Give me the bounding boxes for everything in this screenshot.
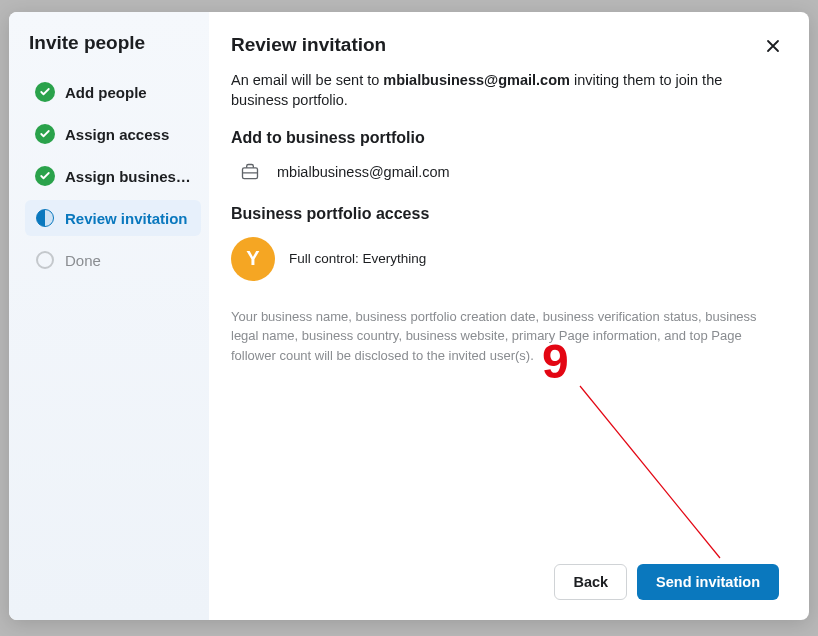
sidebar-title: Invite people <box>25 32 201 54</box>
section-access-heading: Business portfolio access <box>231 205 779 223</box>
access-text: Full control: Everything <box>289 251 426 266</box>
step-add-people[interactable]: Add people <box>25 74 201 110</box>
close-button[interactable] <box>759 32 787 60</box>
send-invitation-button[interactable]: Send invitation <box>637 564 779 600</box>
portfolio-row: mbialbusiness@gmail.com <box>231 161 779 183</box>
step-assign-access[interactable]: Assign access <box>25 116 201 152</box>
step-assign-business-assets[interactable]: Assign business a... <box>25 158 201 194</box>
intro-prefix: An email will be sent to <box>231 72 383 88</box>
invite-modal: Invite people Add people Assign access A… <box>9 12 809 620</box>
briefcase-icon <box>239 161 261 183</box>
progress-icon <box>35 208 55 228</box>
step-label: Assign business a... <box>65 168 191 185</box>
check-icon <box>35 166 55 186</box>
section-portfolio-heading: Add to business portfolio <box>231 129 779 147</box>
step-label: Done <box>65 252 101 269</box>
step-label: Add people <box>65 84 147 101</box>
intro-email: mbialbusiness@gmail.com <box>383 72 570 88</box>
page-title: Review invitation <box>231 34 779 56</box>
step-review-invitation[interactable]: Review invitation <box>25 200 201 236</box>
check-icon <box>35 82 55 102</box>
access-row: Y Full control: Everything <box>231 237 779 281</box>
wizard-sidebar: Invite people Add people Assign access A… <box>9 12 209 620</box>
modal-footer: Back Send invitation <box>231 544 779 600</box>
portfolio-email: mbialbusiness@gmail.com <box>277 164 450 180</box>
back-button[interactable]: Back <box>554 564 627 600</box>
check-icon <box>35 124 55 144</box>
empty-circle-icon <box>35 250 55 270</box>
disclosure-text: Your business name, business portfolio c… <box>231 307 779 366</box>
step-label: Review invitation <box>65 210 188 227</box>
modal-content: Review invitation An email will be sent … <box>209 12 809 620</box>
step-label: Assign access <box>65 126 169 143</box>
step-done[interactable]: Done <box>25 242 201 278</box>
intro-text: An email will be sent to mbialbusiness@g… <box>231 70 779 111</box>
avatar: Y <box>231 237 275 281</box>
